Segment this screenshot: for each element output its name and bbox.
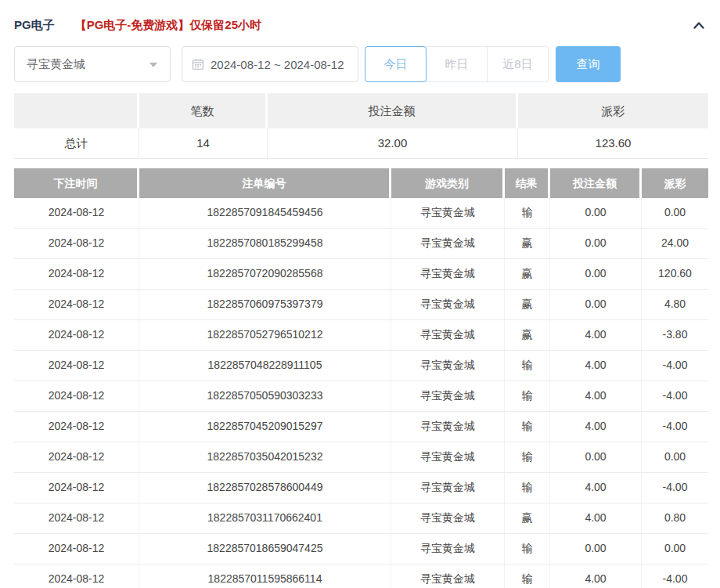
cell-result: 输 (505, 198, 550, 228)
cell-bet-time: 2024-08-12 (14, 412, 139, 442)
summary-header-row: 笔数 投注金额 派彩 (14, 93, 708, 128)
table-row: 2024-08-12 1822857050590303233 寻宝黄金城 输 4… (14, 381, 708, 412)
table-row: 2024-08-12 1822857045209015297 寻宝黄金城 输 4… (14, 412, 708, 442)
summary-header-bet: 投注金额 (268, 93, 516, 128)
cell-bet-amount: 0.00 (550, 442, 642, 472)
cell-bet-amount: 0.00 (550, 198, 642, 228)
cell-order-id: 1822857045209015297 (139, 412, 391, 442)
cell-payout: 0.00 (642, 534, 708, 564)
cell-order-id: 1822857050590303233 (139, 381, 391, 411)
cell-bet-amount: 0.00 (550, 259, 642, 289)
table-row: 2024-08-12 1822857091845459456 寻宝黄金城 输 0… (14, 198, 708, 229)
cell-order-id: 1822857060975397379 (139, 290, 391, 319)
cell-order-id: 1822857031170662401 (139, 503, 391, 533)
table-row: 2024-08-12 1822857018659047425 寻宝黄金城 输 0… (14, 534, 708, 565)
chevron-up-icon (691, 17, 707, 33)
cell-result: 输 (505, 442, 550, 472)
cell-payout: -4.00 (642, 473, 708, 503)
cell-game-type: 寻宝黄金城 (391, 259, 505, 289)
cell-order-id: 1822857028578600449 (139, 473, 391, 503)
cell-game-type: 寻宝黄金城 (391, 290, 505, 319)
cell-result: 输 (505, 565, 550, 588)
col-header-game-type: 游戏类别 (391, 168, 502, 198)
app-header: PG电子 【PG电子-免费游戏】仅保留25小时 (14, 14, 708, 36)
summary-total-payout: 123.60 (518, 128, 708, 158)
cell-payout: -4.00 (642, 351, 708, 381)
cell-order-id: 1822857072090285568 (139, 259, 391, 289)
cell-bet-time: 2024-08-12 (14, 534, 139, 564)
cell-bet-amount: 4.00 (550, 412, 642, 442)
cell-result: 输 (505, 381, 550, 411)
cell-game-type: 寻宝黄金城 (391, 351, 505, 381)
cell-bet-amount: 0.00 (550, 290, 642, 319)
cell-game-type: 寻宝黄金城 (391, 473, 505, 503)
cell-bet-amount: 0.00 (550, 534, 642, 564)
cell-order-id: 1822857011595866114 (139, 565, 391, 588)
cell-payout: 24.00 (642, 229, 708, 258)
cell-bet-time: 2024-08-12 (14, 565, 139, 588)
date-range-value: 2024-08-12 ~ 2024-08-12 (211, 58, 344, 71)
cell-result: 赢 (505, 290, 550, 319)
cell-bet-amount: 4.00 (550, 503, 642, 533)
cell-payout: -4.00 (642, 381, 708, 411)
date-range-input[interactable]: 2024-08-12 ~ 2024-08-12 (182, 46, 358, 82)
game-select[interactable]: 寻宝黄金城 (14, 46, 171, 82)
cell-game-type: 寻宝黄金城 (391, 412, 505, 442)
cell-game-type: 寻宝黄金城 (391, 198, 505, 228)
quick-range-button-2[interactable]: 近8日 (487, 46, 549, 82)
quick-range-button-0[interactable]: 今日 (365, 46, 427, 82)
cell-bet-amount: 4.00 (550, 320, 642, 350)
cell-bet-amount: 4.00 (550, 351, 642, 381)
cell-bet-amount: 4.00 (550, 381, 642, 411)
cell-result: 赢 (505, 503, 550, 533)
table-row: 2024-08-12 1822857052796510212 寻宝黄金城 赢 4… (14, 320, 708, 351)
free-game-notice: 【PG电子-免费游戏】仅保留25小时 (75, 18, 261, 33)
cell-bet-time: 2024-08-12 (14, 229, 139, 258)
records-header-row: 下注时间 注单编号 游戏类别 结果 投注金额 派彩 (14, 168, 708, 198)
search-button[interactable]: 查询 (556, 46, 621, 82)
cell-result: 输 (505, 473, 550, 503)
col-header-payout: 派彩 (642, 168, 708, 198)
cell-bet-time: 2024-08-12 (14, 320, 139, 350)
caret-down-icon (149, 63, 157, 67)
filter-bar: 寻宝黄金城 2024-08-12 ~ 2024-08-12 今日昨日近8日 查询 (14, 46, 708, 82)
quick-range-button-1[interactable]: 昨日 (426, 46, 488, 82)
cell-result: 输 (505, 351, 550, 381)
col-header-bet-time: 下注时间 (14, 168, 137, 198)
cell-order-id: 1822857035042015232 (139, 442, 391, 472)
cell-bet-time: 2024-08-12 (14, 381, 139, 411)
cell-game-type: 寻宝黄金城 (391, 534, 505, 564)
cell-payout: 0.80 (642, 503, 708, 533)
collapse-button[interactable] (689, 16, 708, 34)
cell-game-type: 寻宝黄金城 (391, 442, 505, 472)
table-row: 2024-08-12 1822857011595866114 寻宝黄金城 输 4… (14, 565, 708, 588)
summary-total-count: 14 (139, 128, 268, 158)
cell-order-id: 1822857052796510212 (139, 320, 391, 350)
cell-result: 赢 (505, 259, 550, 289)
cell-bet-time: 2024-08-12 (14, 473, 139, 503)
cell-bet-amount: 4.00 (550, 565, 642, 588)
summary-total-bet: 32.00 (268, 128, 518, 158)
summary-table: 笔数 投注金额 派彩 总计 14 32.00 123.60 (14, 93, 708, 159)
cell-payout: -4.00 (642, 412, 708, 442)
summary-header-payout: 派彩 (518, 93, 708, 128)
cell-result: 赢 (505, 229, 550, 258)
cell-game-type: 寻宝黄金城 (391, 503, 505, 533)
cell-payout: -4.00 (642, 565, 708, 588)
table-row: 2024-08-12 1822857072090285568 寻宝黄金城 赢 0… (14, 259, 708, 290)
cell-bet-time: 2024-08-12 (14, 351, 139, 381)
table-row: 2024-08-12 1822857035042015232 寻宝黄金城 输 0… (14, 442, 708, 473)
summary-header-blank (14, 93, 137, 128)
cell-bet-time: 2024-08-12 (14, 259, 139, 289)
summary-total-row: 总计 14 32.00 123.60 (14, 128, 708, 159)
records-table: 下注时间 注单编号 游戏类别 结果 投注金额 派彩 2024-08-12 182… (14, 168, 708, 588)
table-row: 2024-08-12 1822857031170662401 寻宝黄金城 赢 4… (14, 503, 708, 534)
cell-order-id: 1822857048228911105 (139, 351, 391, 381)
table-row: 2024-08-12 1822857048228911105 寻宝黄金城 输 4… (14, 351, 708, 381)
records-body: 2024-08-12 1822857091845459456 寻宝黄金城 输 0… (14, 198, 708, 588)
cell-payout: -3.80 (642, 320, 708, 350)
cell-payout: 120.60 (642, 259, 708, 289)
cell-game-type: 寻宝黄金城 (391, 320, 505, 350)
cell-result: 输 (505, 534, 550, 564)
cell-bet-amount: 0.00 (550, 229, 642, 258)
